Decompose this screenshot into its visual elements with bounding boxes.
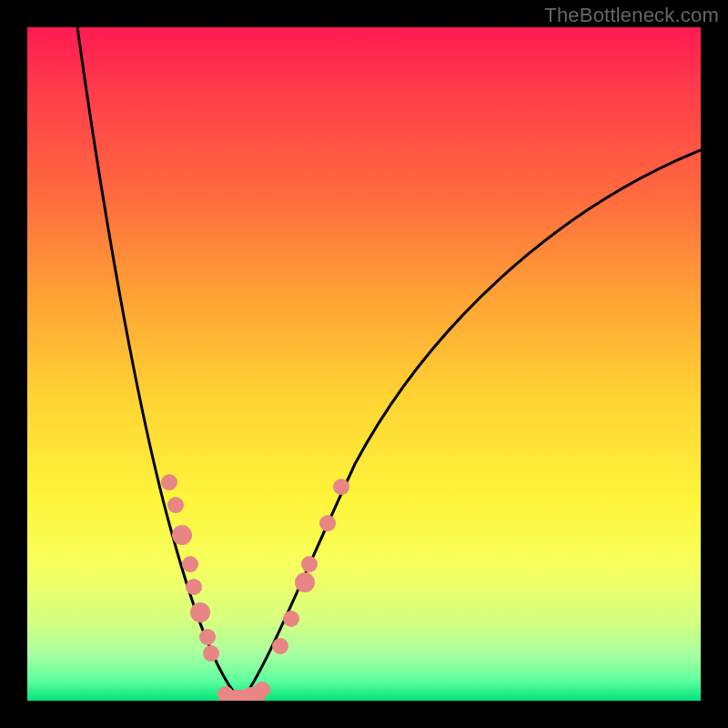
plot-area (27, 27, 701, 701)
data-point (272, 638, 288, 654)
data-point (333, 479, 349, 495)
data-point (172, 525, 192, 545)
right-curve (241, 150, 701, 701)
watermark-text: TheBottleneck.com (544, 4, 719, 27)
data-point (186, 579, 202, 595)
curve-layer (27, 27, 701, 701)
data-point (161, 474, 177, 490)
data-point (283, 611, 299, 627)
data-point (199, 629, 216, 645)
data-point (167, 497, 184, 513)
data-point (254, 682, 270, 698)
chart-frame: TheBottleneck.com (0, 0, 728, 728)
data-point (190, 602, 210, 622)
left-curve (77, 27, 241, 701)
data-point (301, 556, 318, 572)
data-point (295, 572, 315, 592)
data-point (203, 645, 219, 662)
data-point (182, 556, 198, 572)
data-point (319, 515, 336, 531)
